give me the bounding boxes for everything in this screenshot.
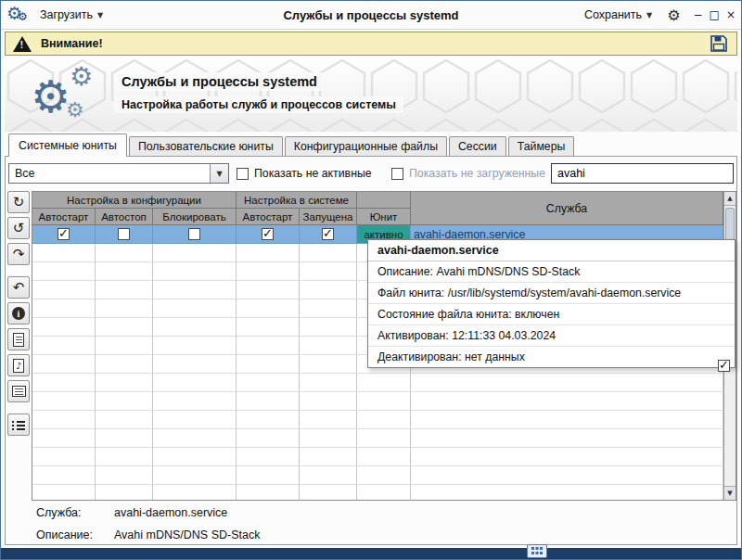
- column-header-block: Блокировать: [153, 209, 237, 225]
- settings-gear-icon[interactable]: ⚙: [667, 6, 680, 24]
- column-header-autostop: Автостоп: [96, 209, 153, 225]
- combobox-value: Все: [9, 167, 210, 180]
- unit-tooltip: avahi-daemon.service Описание: Avahi mDN…: [367, 239, 736, 368]
- minimize-button[interactable]: −: [694, 9, 703, 20]
- table-row-empty: [32, 466, 723, 485]
- autostart-system-checkbox[interactable]: [262, 228, 274, 240]
- banner-subtitle: Настройка работы служб и процессов систе…: [114, 96, 403, 113]
- floppy-icon: [710, 34, 728, 53]
- titlebar: ⚙⚙ Загрузить ▼ Службы и процессы systemd…: [1, 1, 741, 30]
- unit-filter-combobox[interactable]: Все ▼: [8, 163, 229, 184]
- running-checkbox[interactable]: [322, 228, 334, 240]
- detail-description-value: Avahi mDNS/DNS SD-Stack: [114, 528, 260, 541]
- warning-label: Внимание!: [41, 37, 103, 50]
- banner-gears-icon: ⚙ ⚙ ⚙: [27, 61, 116, 132]
- tab-config-files[interactable]: Конфигурационные файлы: [285, 136, 447, 156]
- undo-button[interactable]: ↶: [7, 276, 30, 299]
- block-checkbox[interactable]: [188, 228, 200, 240]
- window-title: Службы и процессы systemd: [283, 8, 458, 22]
- redo-button[interactable]: ↷: [7, 243, 30, 265]
- journal-button[interactable]: [7, 354, 30, 376]
- group-header-empty: [357, 192, 411, 209]
- save-button-label: Сохранить: [584, 8, 642, 21]
- group-header-config: Настройка в конфигурации: [32, 192, 237, 209]
- combobox-dropdown-button[interactable]: ▼: [210, 164, 228, 183]
- scroll-up-button[interactable]: ▲: [724, 192, 736, 206]
- log-icon: [12, 386, 26, 397]
- autostart-config-checkbox[interactable]: [58, 228, 70, 240]
- show-inactive-label: Показать не активные: [254, 167, 372, 180]
- redo-icon: ↷: [13, 248, 25, 261]
- table-header: Настройка в конфигурации Настройка в сис…: [32, 192, 723, 225]
- table-row-empty: [32, 392, 723, 411]
- reload-button[interactable]: ↺: [7, 217, 30, 239]
- detail-service-label: Служба:: [36, 506, 114, 519]
- tab-user-units[interactable]: Пользовательские юниты: [129, 136, 283, 156]
- tooltip-activated: Активирован: 12:11:33 04.03.2024: [368, 325, 735, 347]
- tooltip-description: Описание: Avahi mDNS/DNS SD-Stack: [368, 261, 735, 283]
- warning-triangle-icon: [13, 36, 32, 52]
- unit-file-icon: [13, 333, 24, 347]
- chevron-down-icon: ▼: [216, 170, 222, 178]
- tooltip-unit-file: Файл юнита: /usr/lib/systemd/system/avah…: [368, 283, 735, 304]
- table-row-empty: [32, 429, 723, 448]
- app-gears-icon: ⚙⚙: [6, 5, 29, 25]
- side-toolbar: ↻↺↷↶i: [7, 191, 32, 436]
- save-button[interactable]: Сохранить ▼: [579, 6, 658, 24]
- table-row-empty: [32, 411, 723, 429]
- group-header-system: Настройка в системе: [237, 192, 357, 209]
- tooltip-title: avahi-daemon.service: [368, 240, 735, 261]
- close-button[interactable]: ×: [726, 9, 736, 20]
- info-button[interactable]: i: [7, 302, 30, 325]
- list-button[interactable]: [7, 414, 30, 436]
- info-icon: i: [12, 307, 25, 320]
- table-row-empty: [32, 374, 723, 392]
- tab-sessions[interactable]: Сессии: [449, 136, 506, 156]
- chevron-down-icon: ▼: [646, 11, 652, 19]
- reload-icon: ↺: [13, 222, 25, 235]
- column-header-autostart-config: Автостарт: [32, 209, 96, 225]
- show-unloaded-label: Показать не загруженные: [409, 167, 545, 180]
- refresh-button[interactable]: ↻: [7, 191, 30, 213]
- panel-grid-icon: [531, 547, 543, 555]
- journal-icon: [13, 359, 24, 373]
- tooltip-file-state: Состояние файла юнита: включен: [368, 304, 735, 325]
- table-row-empty: [32, 448, 723, 466]
- list-icon: [12, 420, 25, 430]
- warning-bar: Внимание!: [5, 32, 737, 56]
- tab-timers[interactable]: Таймеры: [508, 136, 575, 156]
- bottom-panel-button[interactable]: [527, 544, 547, 558]
- scroll-down-button[interactable]: ▼: [724, 486, 736, 500]
- row-select-checkbox[interactable]: [718, 360, 730, 372]
- autostop-checkbox[interactable]: [118, 228, 130, 240]
- search-input[interactable]: [551, 163, 734, 184]
- table-row-empty: [32, 485, 723, 501]
- banner: ⚙ ⚙ ⚙ Службы и процессы systemd Настройк…: [5, 57, 737, 132]
- column-header-unit: Юнит: [357, 209, 411, 225]
- column-header-running: Запущена: [300, 209, 357, 225]
- detail-description-label: Описание:: [36, 528, 114, 541]
- column-header-service: Служба: [411, 192, 723, 225]
- tab-bar: Системные юниты Пользовательские юниты К…: [8, 134, 576, 156]
- banner-title: Службы и процессы systemd: [114, 72, 325, 91]
- show-unloaded-checkbox[interactable]: [391, 168, 403, 180]
- undo-icon: ↶: [13, 281, 25, 295]
- column-header-autostart-system: Автостарт: [237, 209, 300, 225]
- app-window: ⚙⚙ Загрузить ▼ Службы и процессы systemd…: [0, 0, 742, 560]
- tooltip-deactivated: Деактивирован: нет данных: [368, 347, 735, 367]
- unit-file-button[interactable]: [7, 328, 30, 350]
- show-inactive-checkbox[interactable]: [237, 168, 249, 180]
- maximize-button[interactable]: □: [710, 9, 720, 20]
- detail-service-value: avahi-daemon.service: [114, 506, 227, 519]
- refresh-icon: ↻: [13, 196, 25, 210]
- save-changes-button[interactable]: [709, 33, 729, 54]
- details-panel: Служба: avahi-daemon.service Описание: A…: [36, 506, 260, 551]
- tab-system-units[interactable]: Системные юниты: [8, 134, 127, 157]
- log-button[interactable]: [7, 380, 30, 402]
